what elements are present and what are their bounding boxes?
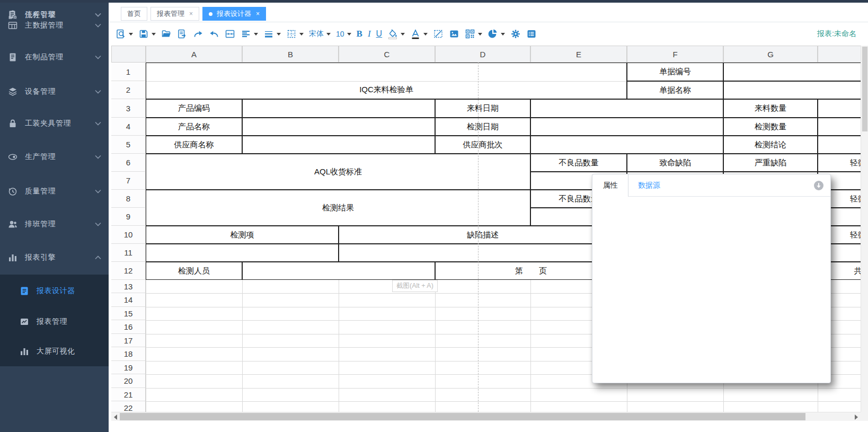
cell-F2[interactable]: 单据名称 bbox=[627, 81, 723, 99]
font-color-button[interactable] bbox=[408, 26, 430, 42]
cell-E4[interactable] bbox=[530, 118, 723, 136]
row-header-4[interactable]: 4 bbox=[111, 118, 146, 136]
row-header-14[interactable]: 14 bbox=[111, 293, 146, 307]
cell-G1[interactable] bbox=[723, 63, 861, 81]
row-header-13[interactable]: 13 bbox=[111, 280, 146, 293]
cell-H4[interactable] bbox=[818, 118, 861, 136]
sidebar-item-任务管理[interactable]: 任务管理 bbox=[0, 0, 109, 30]
open-button[interactable] bbox=[158, 26, 174, 42]
align-button[interactable] bbox=[238, 26, 261, 42]
borders-button[interactable] bbox=[284, 26, 306, 42]
row-header-8[interactable]: 8 bbox=[111, 190, 146, 208]
italic-button[interactable]: I bbox=[365, 26, 374, 42]
cell-A5[interactable]: 供应商名称 bbox=[146, 136, 242, 154]
cell-H3[interactable] bbox=[818, 99, 861, 118]
vertical-scrollbar-thumb[interactable] bbox=[862, 47, 867, 131]
cell-G4[interactable]: 检测数量 bbox=[723, 118, 818, 136]
row-header-18[interactable]: 18 bbox=[111, 347, 146, 361]
col-header-E[interactable]: E bbox=[530, 46, 627, 63]
cell-C10[interactable]: 缺陷描述 bbox=[339, 226, 627, 244]
row-header-9[interactable]: 9 bbox=[111, 208, 146, 226]
cell-G3[interactable]: 来料数量 bbox=[723, 99, 818, 118]
cell-A3[interactable]: 产品编码 bbox=[146, 99, 242, 118]
close-icon[interactable]: × bbox=[189, 11, 193, 17]
sidebar-item-在制品管理[interactable]: 在制品管理 bbox=[0, 42, 109, 72]
row-header-2[interactable]: 2 bbox=[111, 81, 146, 99]
cell-F1[interactable]: 单据编号 bbox=[627, 63, 723, 81]
chart-button[interactable] bbox=[485, 26, 508, 42]
cell-A2[interactable]: IQC来料检验单 bbox=[146, 81, 627, 99]
cell-A10[interactable]: 检测项 bbox=[146, 226, 339, 244]
col-header-A[interactable]: A bbox=[146, 46, 242, 63]
cell-G2[interactable] bbox=[723, 81, 861, 99]
sidebar-item-设备管理[interactable]: 设备管理 bbox=[0, 77, 109, 107]
cell-H6[interactable]: 轻微缺陷 bbox=[818, 154, 861, 172]
cell-H5[interactable] bbox=[818, 136, 861, 154]
row-header-5[interactable]: 5 bbox=[111, 136, 146, 154]
cell-G5[interactable]: 检测结论 bbox=[723, 136, 818, 154]
font-family-button[interactable]: 宋体 bbox=[306, 26, 333, 42]
row-header-1[interactable]: 1 bbox=[111, 63, 146, 81]
cell-A1[interactable] bbox=[146, 63, 627, 81]
cell-B4[interactable] bbox=[242, 118, 435, 136]
export-button[interactable] bbox=[174, 26, 190, 42]
cell-G6[interactable]: 严重缺陷 bbox=[723, 154, 818, 172]
cell-F6[interactable]: 致命缺陷 bbox=[627, 154, 723, 172]
select-all-corner[interactable] bbox=[111, 46, 146, 63]
tab-首页[interactable]: 首页 bbox=[121, 7, 147, 21]
row-header-3[interactable]: 3 bbox=[111, 99, 146, 118]
tab-报表设计器[interactable]: 报表设计器× bbox=[202, 7, 266, 21]
sidebar-item-质量管理[interactable]: 质量管理 bbox=[0, 177, 109, 206]
cell-B3[interactable] bbox=[242, 99, 435, 118]
cell-D4[interactable]: 检测日期 bbox=[435, 118, 530, 136]
sidebar-subitem-报表设计器[interactable]: 报表设计器 bbox=[0, 276, 109, 306]
row-header-20[interactable]: 20 bbox=[111, 374, 146, 388]
row-header-15[interactable]: 15 bbox=[111, 307, 146, 320]
redo-button[interactable] bbox=[190, 26, 206, 42]
settings-button[interactable] bbox=[508, 26, 524, 42]
cell-A12[interactable]: 检测人员 bbox=[146, 262, 242, 280]
sidebar-subitem-报表管理[interactable]: 报表管理 bbox=[0, 307, 109, 337]
barcode-button[interactable] bbox=[462, 26, 485, 42]
horizontal-scrollbar[interactable] bbox=[111, 412, 861, 421]
preview-button[interactable] bbox=[113, 26, 136, 42]
cell-B12[interactable] bbox=[242, 262, 435, 280]
row-header-16[interactable]: 16 bbox=[111, 320, 146, 334]
vertical-scrollbar[interactable] bbox=[861, 24, 868, 421]
row-header-10[interactable]: 10 bbox=[111, 226, 146, 244]
row-header-19[interactable]: 19 bbox=[111, 361, 146, 374]
cell-A6[interactable]: AQL收货标准 bbox=[146, 154, 530, 190]
horizontal-scrollbar-thumb[interactable] bbox=[120, 413, 805, 420]
col-header-F[interactable]: F bbox=[627, 46, 723, 63]
row-header-21[interactable]: 21 bbox=[111, 388, 146, 401]
bold-button[interactable]: B bbox=[354, 26, 365, 42]
row-header-22[interactable]: 22 bbox=[111, 401, 146, 412]
save-button[interactable] bbox=[136, 26, 158, 42]
cell-D3[interactable]: 来料日期 bbox=[435, 99, 530, 118]
panel-collapse-button[interactable] bbox=[813, 180, 824, 191]
cell-A4[interactable]: 产品名称 bbox=[146, 118, 242, 136]
col-header-G[interactable]: G bbox=[723, 46, 818, 63]
cell-D5[interactable]: 供应商批次 bbox=[435, 136, 530, 154]
row-header-11[interactable]: 11 bbox=[111, 244, 146, 262]
close-icon[interactable]: × bbox=[256, 11, 260, 17]
underline-button[interactable]: U bbox=[374, 26, 385, 42]
col-header-H[interactable]: H bbox=[818, 46, 861, 63]
panel-tab-属性[interactable]: 属性 bbox=[592, 174, 628, 197]
sidebar-subitem-大屏可视化[interactable]: 大屏可视化 bbox=[0, 337, 109, 366]
tab-报表管理[interactable]: 报表管理× bbox=[150, 7, 199, 21]
sidebar-item-生产管理[interactable]: 生产管理 bbox=[0, 142, 109, 172]
cell-E6[interactable]: 不良品数量 bbox=[530, 154, 627, 172]
col-header-C[interactable]: C bbox=[339, 46, 435, 63]
row-header-7[interactable]: 7 bbox=[111, 172, 146, 190]
sidebar-item-排班管理[interactable]: 排班管理 bbox=[0, 209, 109, 239]
col-header-B[interactable]: B bbox=[242, 46, 339, 63]
row-header-12[interactable]: 12 bbox=[111, 262, 146, 280]
col-header-D[interactable]: D bbox=[435, 46, 530, 63]
row-header-17[interactable]: 17 bbox=[111, 334, 146, 347]
fill-color-button[interactable] bbox=[385, 26, 408, 42]
panel-tab-数据源[interactable]: 数据源 bbox=[638, 174, 660, 197]
cell-E3[interactable] bbox=[530, 99, 723, 118]
sidebar-item-工装夹具管理[interactable]: 工装夹具管理 bbox=[0, 109, 109, 138]
row-header-6[interactable]: 6 bbox=[111, 154, 146, 172]
